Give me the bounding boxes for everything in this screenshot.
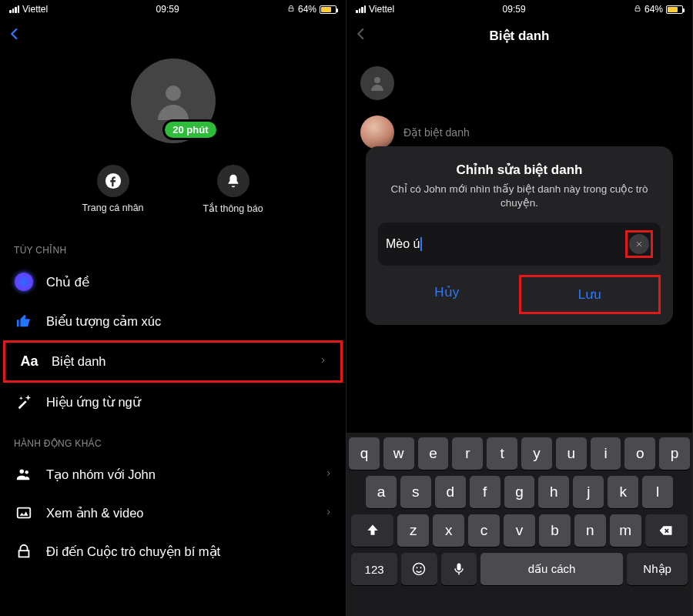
key-x[interactable]: x <box>433 514 464 547</box>
key-n[interactable]: n <box>574 514 606 547</box>
key-f[interactable]: f <box>470 476 500 508</box>
row-media[interactable]: Xem ảnh & video <box>0 494 346 532</box>
section-other-header: HÀNH ĐỘNG KHÁC <box>0 421 346 455</box>
text-cursor <box>420 237 422 251</box>
phone-right: Viettel 09:59 64% Biệt danh Đặt biệt dan… <box>346 0 693 616</box>
nickname-input-value: Mèo ú <box>386 237 625 251</box>
keyboard: qwertyuiop asdfghjkl zxcvbnm 123 dấu các… <box>346 433 692 616</box>
numbers-key[interactable]: 123 <box>351 553 397 585</box>
back-button[interactable] <box>8 25 22 46</box>
clear-input-button[interactable] <box>629 234 649 254</box>
key-b[interactable]: b <box>539 514 571 547</box>
orientation-lock-icon <box>287 4 295 15</box>
cancel-button[interactable]: Hủy <box>378 275 516 314</box>
svg-point-0 <box>166 85 181 101</box>
keyboard-row-4: 123 dấu cách Nhập <box>349 553 690 585</box>
key-l[interactable]: l <box>642 476 673 508</box>
save-button[interactable]: Lưu <box>519 275 661 314</box>
emoji-key[interactable] <box>401 553 437 585</box>
key-r[interactable]: r <box>452 437 483 470</box>
lock-icon <box>14 543 34 560</box>
chevron-right-icon <box>325 467 332 482</box>
key-v[interactable]: v <box>504 514 535 547</box>
svg-point-7 <box>417 567 418 568</box>
key-h[interactable]: h <box>538 476 569 508</box>
status-bar: Viettel 09:59 64% <box>0 0 346 18</box>
key-m[interactable]: m <box>610 514 641 547</box>
modal-subtitle: Chỉ có John mới nhìn thấy biệt danh này … <box>378 182 661 210</box>
battery-icon <box>320 5 336 14</box>
back-button[interactable] <box>354 25 368 46</box>
key-u[interactable]: u <box>556 437 587 470</box>
keyboard-row-2: asdfghjkl <box>349 476 690 508</box>
profile-header: 20 phút Trang cá nhân Tắt thông báo <box>0 52 346 228</box>
enter-key[interactable]: Nhập <box>627 553 688 585</box>
avatar <box>360 66 394 100</box>
key-w[interactable]: w <box>383 437 414 470</box>
orientation-lock-icon <box>634 4 641 15</box>
signal-icon <box>356 5 366 13</box>
battery-percent: 64% <box>644 4 663 15</box>
mic-key[interactable] <box>441 553 477 585</box>
battery-fill <box>321 7 331 12</box>
key-j[interactable]: j <box>573 476 604 508</box>
row-theme[interactable]: Chủ đề <box>0 262 346 302</box>
key-e[interactable]: e <box>418 437 449 470</box>
row-nickname[interactable]: Aa Biệt danh <box>3 340 343 383</box>
contact-item[interactable] <box>357 59 681 108</box>
row-media-label: Xem ảnh & video <box>46 506 313 521</box>
key-y[interactable]: y <box>521 437 552 470</box>
profile-action[interactable]: Trang cá nhân <box>71 165 156 214</box>
contact-subtitle: Đặt biệt danh <box>403 126 470 139</box>
row-theme-label: Chủ đề <box>46 275 332 290</box>
clear-input-highlight <box>625 230 653 258</box>
key-z[interactable]: z <box>397 514 429 547</box>
theme-icon <box>15 273 33 291</box>
svg-point-3 <box>25 470 28 474</box>
key-t[interactable]: t <box>487 437 517 470</box>
nickname-input[interactable]: Mèo ú <box>378 223 661 266</box>
row-nickname-label: Biệt danh <box>52 354 307 369</box>
space-key[interactable]: dấu cách <box>480 553 623 585</box>
battery-icon <box>666 5 683 14</box>
key-p[interactable]: p <box>659 437 690 470</box>
clock: 09:59 <box>156 4 179 15</box>
carrier-label: Viettel <box>369 4 394 15</box>
key-c[interactable]: c <box>468 514 500 547</box>
backspace-key[interactable] <box>645 514 688 547</box>
media-icon <box>14 504 34 521</box>
key-g[interactable]: g <box>504 476 535 508</box>
nav-bar: Biệt danh <box>346 18 692 52</box>
row-create-group[interactable]: Tạo nhóm với John <box>0 455 346 494</box>
key-s[interactable]: s <box>400 476 431 508</box>
key-a[interactable]: a <box>366 476 397 508</box>
key-q[interactable]: q <box>349 437 380 470</box>
avatar <box>360 116 394 149</box>
key-d[interactable]: d <box>435 476 466 508</box>
battery-percent: 64% <box>298 4 316 15</box>
row-emoji[interactable]: Biểu tượng cảm xúc <box>0 302 346 340</box>
nav-title: Biệt danh <box>346 28 692 44</box>
key-o[interactable]: o <box>624 437 655 470</box>
row-word-effects[interactable]: Hiệu ứng từ ngữ <box>0 383 346 421</box>
profile-action-label: Trang cá nhân <box>82 203 143 213</box>
svg-point-6 <box>413 564 425 575</box>
row-emoji-label: Biểu tượng cảm xúc <box>46 314 332 329</box>
chevron-right-icon <box>320 354 326 369</box>
section-customize-header: TÙY CHỈNH <box>0 228 346 262</box>
svg-point-5 <box>374 77 380 83</box>
mute-action[interactable]: Tắt thông báo <box>191 165 276 214</box>
chevron-right-icon <box>325 506 332 521</box>
facebook-icon <box>97 165 129 197</box>
thumbs-up-icon <box>14 313 34 330</box>
row-secret-label: Đi đến Cuộc trò chuyện bí mật <box>46 544 332 559</box>
shift-key[interactable] <box>351 514 393 547</box>
clock: 09:59 <box>503 4 526 15</box>
key-k[interactable]: k <box>608 476 638 508</box>
key-i[interactable]: i <box>591 437 621 470</box>
status-bar: Viettel 09:59 64% <box>346 0 692 18</box>
phone-left: Viettel 09:59 64% 20 phút Trang cá nhân <box>0 0 346 616</box>
avatar[interactable]: 20 phút <box>131 59 216 143</box>
wand-icon <box>14 393 34 410</box>
row-secret-chat[interactable]: Đi đến Cuộc trò chuyện bí mật <box>0 532 346 571</box>
